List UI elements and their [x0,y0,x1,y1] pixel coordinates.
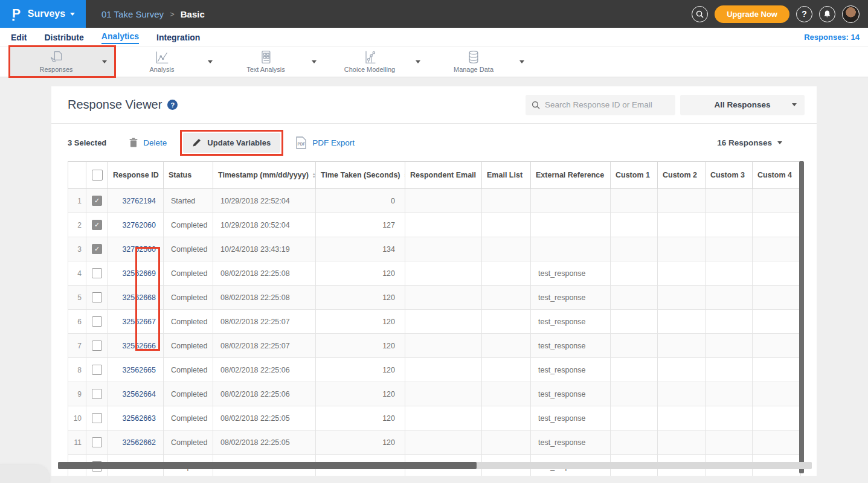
vertical-scrollbar[interactable] [799,161,804,473]
toolbar-item-responses[interactable]: Responses [10,47,114,76]
cell-external_reference: test_response [531,334,611,358]
toolbar-item-analysis[interactable]: Analysis [116,48,220,75]
column-header-timestamp[interactable]: Timestamp (mm/dd/yyyy)▲▼ [213,162,316,189]
row-checkbox[interactable]: ✓ [92,244,102,254]
cell-id[interactable]: 32562666 [108,334,164,358]
row-checkbox[interactable] [92,389,102,399]
cell-status: Completed [164,310,213,334]
row-number: 7 [68,334,86,358]
column-header-id[interactable]: Response ID▲▼ [108,162,164,189]
cell-custom1 [611,430,658,455]
column-header-external_reference: External Reference [531,162,611,189]
horizontal-scrollbar-track[interactable] [58,462,812,469]
row-checkbox-cell[interactable] [86,382,108,406]
row-number: 5 [68,286,86,310]
row-checkbox-cell[interactable] [86,261,108,286]
cell-id[interactable]: 32762060 [108,213,164,237]
breadcrumb-survey-name[interactable]: 01 Take Survey [101,9,164,19]
card-header: Response Viewer ? All Responses [51,86,817,124]
feedback-tab[interactable] [0,465,50,483]
nav-tab-edit[interactable]: Edit [11,31,27,42]
select-all-checkbox[interactable] [92,170,103,181]
column-header-status: Status [164,162,213,189]
update-variables-button[interactable]: Update Variables [183,133,280,153]
row-checkbox[interactable] [92,341,102,351]
row-checkbox[interactable] [92,316,102,327]
product-switcher[interactable]: P Surveys [0,0,86,28]
response-filter-dropdown[interactable]: All Responses [680,95,805,115]
chevron-down-icon[interactable] [312,60,317,63]
row-checkbox-cell[interactable] [86,286,108,310]
chevron-down-icon[interactable] [102,60,107,63]
row-checkbox[interactable] [92,413,102,423]
cell-id[interactable]: 32762194 [108,189,164,213]
cell-id[interactable]: 32562664 [108,382,164,406]
cell-email_list [482,358,531,382]
row-checkbox-cell[interactable] [86,310,108,334]
cell-external_reference: test_response [531,382,611,406]
horizontal-scrollbar-thumb[interactable] [58,462,477,469]
page-title: Response Viewer [68,98,162,112]
cell-id[interactable]: 32562662 [108,430,164,455]
cell-status: Completed [164,334,213,358]
cell-timestamp: 08/02/2018 22:25:05 [213,430,316,455]
row-checkbox[interactable] [92,292,102,302]
cell-id[interactable]: 32562667 [108,310,164,334]
help-button[interactable]: ? [796,6,812,22]
topbar: P Surveys 01 Take Survey > Basic Upgrade… [0,0,868,28]
cell-custom2 [658,189,706,213]
column-header-select-all[interactable] [86,162,108,189]
table-row: 1132562662Completed08/02/2018 22:25:0512… [68,430,801,455]
cell-id[interactable]: 32562668 [108,286,164,310]
row-checkbox-cell[interactable]: ✓ [86,213,108,237]
row-checkbox-cell[interactable] [86,430,108,455]
column-header-custom3: Custom 3 [706,162,753,189]
toolbar-item-text-analysis[interactable]: Text Analysis [220,48,324,75]
cell-external_reference [531,213,611,237]
sort-icon[interactable]: ▲▼ [312,173,316,179]
toolbar-item-label: Analysis [150,66,175,73]
row-checkbox[interactable]: ✓ [92,220,102,230]
row-checkbox[interactable] [92,437,102,447]
notifications-button[interactable] [819,6,835,22]
row-checkbox[interactable]: ✓ [92,196,102,206]
chevron-down-icon[interactable] [208,60,213,63]
column-header-time_taken[interactable]: Time Taken (Seconds)▲▼ [316,162,405,189]
table-row: 832562665Completed08/02/2018 22:25:06120… [68,358,801,382]
row-checkbox-cell[interactable] [86,358,108,382]
cell-id[interactable]: 32752560 [108,237,164,261]
chevron-down-icon[interactable] [416,60,420,63]
filter-selected-value: All Responses [714,100,770,109]
help-icon[interactable]: ? [167,100,178,110]
row-checkbox-cell[interactable]: ✓ [86,189,108,213]
row-checkbox[interactable] [92,365,102,375]
row-checkbox[interactable] [92,268,102,278]
search-input[interactable] [545,100,669,109]
upgrade-button[interactable]: Upgrade Now [715,5,789,23]
response-search[interactable] [526,95,675,115]
row-checkbox-cell[interactable]: ✓ [86,237,108,261]
responses-page-dropdown[interactable]: 16 Responses [717,138,782,147]
cell-custom2 [658,430,706,455]
user-avatar[interactable] [842,5,860,23]
nav-tab-integration[interactable]: Integration [156,31,200,42]
toolbar-item-manage-data[interactable]: Manage Data [428,48,532,75]
nav-tab-distribute[interactable]: Distribute [44,31,83,42]
search-button[interactable] [692,6,708,22]
cell-external_reference [531,189,611,213]
cell-custom2 [658,310,706,334]
chevron-down-icon[interactable] [519,60,524,63]
row-checkbox-cell[interactable] [86,406,108,430]
table-row: 532562668Completed08/02/2018 22:25:08120… [68,286,801,310]
nav-tab-analytics[interactable]: Analytics [101,30,139,44]
cell-id[interactable]: 32562669 [108,261,164,286]
cell-id[interactable]: 32562665 [108,358,164,382]
pdf-export-button[interactable]: PDF PDF Export [295,136,355,149]
cell-id[interactable]: 32562663 [108,406,164,430]
row-checkbox-cell[interactable] [86,334,108,358]
cell-custom3 [706,189,753,213]
delete-button[interactable]: Delete [129,138,167,147]
toolbar-item-choice-modelling[interactable]: Choice Modelling [324,48,428,75]
column-label: Response ID [113,171,159,179]
table-row: 1✓32762194Started10/29/2018 22:52:040 [68,189,801,213]
